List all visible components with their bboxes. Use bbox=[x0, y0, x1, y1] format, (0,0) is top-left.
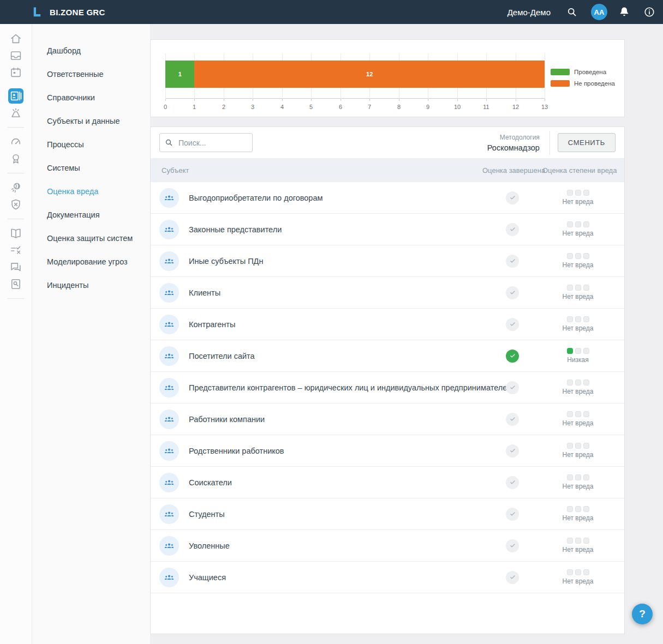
home-icon[interactable] bbox=[8, 31, 23, 46]
harm-degree-cell: Нет вреда bbox=[542, 538, 613, 553]
axis-tick-label: 0 bbox=[164, 104, 167, 110]
calendar-icon[interactable] bbox=[8, 65, 23, 80]
sidebar-item-responsible[interactable]: Ответственные bbox=[32, 63, 150, 86]
award-icon[interactable] bbox=[8, 151, 23, 166]
legend-swatch bbox=[551, 80, 570, 87]
table-row[interactable]: СтудентыНет вреда bbox=[151, 498, 624, 530]
table-row[interactable]: Законные представителиНет вреда bbox=[151, 214, 624, 245]
harm-level-square bbox=[583, 443, 589, 449]
assessment-completed-cell bbox=[482, 191, 542, 204]
brand-logo-icon[interactable] bbox=[31, 5, 43, 19]
sidebar-item-incidents[interactable]: Инциденты bbox=[32, 274, 150, 297]
report-search-icon[interactable] bbox=[8, 276, 23, 292]
subject-cell: Законные представители bbox=[151, 220, 482, 239]
search-field-wrap bbox=[159, 133, 253, 152]
harm-level-square bbox=[575, 190, 581, 196]
harm-degree-cell: Нет вреда bbox=[542, 443, 613, 459]
search-icon[interactable] bbox=[566, 6, 578, 18]
not-completed-check-icon bbox=[506, 223, 519, 236]
harm-degree-cell: Нет вреда bbox=[542, 190, 613, 206]
shield-x-icon[interactable] bbox=[8, 197, 23, 212]
subjects-icon[interactable] bbox=[8, 88, 23, 104]
harm-level-label: Нет вреда bbox=[542, 483, 613, 490]
harm-degree-cell: Нет вреда bbox=[542, 253, 613, 269]
table-row[interactable]: КонтрагентыНет вреда bbox=[151, 309, 624, 340]
legend-label: Проведена bbox=[574, 69, 606, 75]
not-completed-check-icon bbox=[506, 381, 519, 394]
avatar[interactable]: AA bbox=[591, 4, 607, 20]
stacked-bar: 112 bbox=[165, 61, 545, 88]
subject-cell: Соискатели bbox=[151, 473, 482, 492]
assessment-completed-cell bbox=[482, 444, 542, 458]
table-row[interactable]: Родственники работниковНет вреда bbox=[151, 435, 624, 467]
table-row[interactable]: Посетители сайтаНизкая bbox=[151, 340, 624, 372]
harm-degree-cell: Нет вреда bbox=[542, 506, 613, 522]
subject-cell: Представители контрагентов – юридических… bbox=[151, 378, 482, 398]
axis-tick-label: 13 bbox=[541, 104, 548, 110]
notifications-bell-icon[interactable] bbox=[618, 6, 630, 18]
assessment-completed-cell bbox=[482, 539, 542, 552]
sidebar-item-subjects-and-data[interactable]: Субъекты и данные bbox=[32, 110, 150, 133]
harm-degree-cell: Низкая bbox=[542, 348, 613, 364]
meteor-icon[interactable] bbox=[8, 180, 23, 195]
table-row[interactable]: УволенныеНет вреда bbox=[151, 530, 624, 562]
subject-name: Иные субъекты ПДн bbox=[189, 257, 263, 266]
gauge-icon[interactable] bbox=[8, 134, 23, 149]
harm-level-square bbox=[583, 538, 589, 544]
workspace-menu[interactable]: Демо-Демо bbox=[507, 8, 551, 17]
subject-name: Выгодоприобретатели по договорам bbox=[189, 194, 322, 202]
table-row[interactable]: Работники компанииНет вреда bbox=[151, 404, 624, 435]
harm-level-square bbox=[567, 221, 573, 227]
info-icon[interactable] bbox=[643, 6, 655, 18]
groups-icon bbox=[159, 473, 179, 492]
harm-degree-cell: Нет вреда bbox=[542, 316, 613, 332]
table-row[interactable]: Представители контрагентов – юридических… bbox=[151, 372, 624, 404]
axis-tick-label: 9 bbox=[426, 104, 429, 110]
change-methodology-button[interactable]: СМЕНИТЬ bbox=[558, 133, 616, 152]
legend-item[interactable]: Не проведена bbox=[551, 80, 615, 87]
subject-name: Работники компании bbox=[189, 415, 265, 424]
not-completed-check-icon bbox=[506, 255, 519, 268]
table-row[interactable]: СоискателиНет вреда bbox=[151, 467, 624, 498]
legend-label: Не проведена bbox=[574, 80, 615, 87]
groups-icon bbox=[159, 346, 179, 366]
inbox-icon[interactable] bbox=[8, 48, 23, 63]
harm-degree-cell: Нет вреда bbox=[542, 411, 613, 427]
sidebar-item-directories[interactable]: Справочники bbox=[32, 86, 150, 110]
sidebar-item-processes[interactable]: Процессы bbox=[32, 133, 150, 157]
rail-divider bbox=[8, 173, 24, 173]
harm-level-square bbox=[583, 190, 589, 196]
sidebar-item-threat-modeling[interactable]: Моделирование угроз bbox=[32, 250, 150, 274]
book-icon[interactable] bbox=[8, 226, 23, 241]
sidebar-item-systems[interactable]: Системы bbox=[32, 157, 150, 180]
axis-tick-label: 6 bbox=[339, 104, 342, 110]
harm-level-square bbox=[575, 506, 581, 512]
sidebar-item-documentation[interactable]: Документация bbox=[32, 203, 150, 227]
axis-tick-label: 2 bbox=[222, 104, 225, 110]
table-row[interactable]: Иные субъекты ПДнНет вреда bbox=[151, 245, 624, 277]
assessment-completed-cell bbox=[482, 508, 542, 521]
table-header: Субъект Оценка завершена Оценка степени … bbox=[151, 158, 624, 182]
sidebar-item-harm-assessment[interactable]: Оценка вреда bbox=[32, 180, 150, 203]
table-row[interactable]: Выгодоприобретатели по договорамНет вред… bbox=[151, 182, 624, 214]
assessment-completed-cell bbox=[482, 413, 542, 426]
chat-icon[interactable] bbox=[8, 260, 23, 275]
table-row[interactable]: УчащиесяНет вреда bbox=[151, 562, 624, 593]
volcano-icon[interactable] bbox=[8, 105, 23, 121]
subject-cell: Уволенные bbox=[151, 536, 482, 556]
harm-level-square bbox=[575, 443, 581, 449]
legend-item[interactable]: Проведена bbox=[551, 69, 615, 75]
table-row[interactable]: КлиентыНет вреда bbox=[151, 277, 624, 309]
harm-level-indicator bbox=[542, 411, 613, 417]
harm-level-label: Нет вреда bbox=[542, 546, 613, 553]
harm-level-square bbox=[583, 316, 589, 322]
table-body: Выгодоприобретатели по договорамНет вред… bbox=[151, 182, 624, 593]
harm-level-square bbox=[575, 411, 581, 417]
checklist-icon[interactable] bbox=[8, 243, 23, 258]
subject-name: Учащиеся bbox=[189, 573, 226, 582]
axis-tick-label: 4 bbox=[280, 104, 284, 110]
help-button[interactable]: ? bbox=[632, 604, 653, 624]
sidebar-item-system-protection-assessment[interactable]: Оценка защиты систем bbox=[32, 227, 150, 250]
harm-level-square bbox=[567, 474, 573, 480]
sidebar-item-dashboard[interactable]: Дашборд bbox=[32, 39, 150, 63]
